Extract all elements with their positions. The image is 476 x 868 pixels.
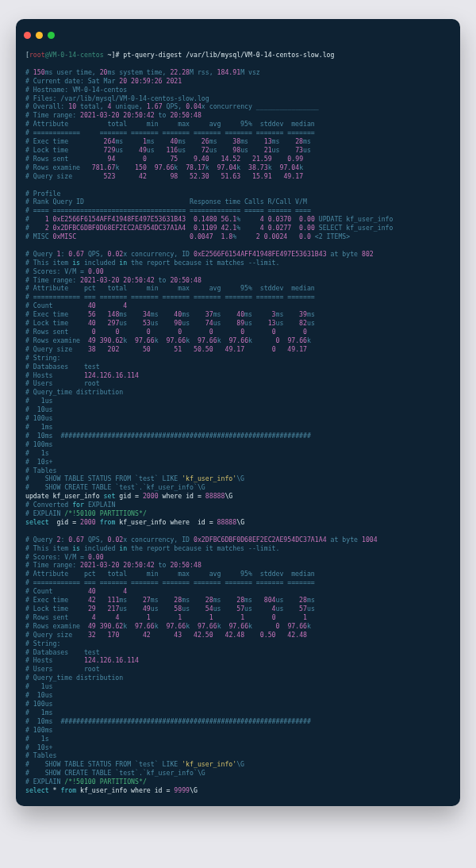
string-hdr: # String: (25, 354, 60, 362)
maximize-icon[interactable] (48, 32, 55, 39)
terminal-window: [root@VM-0-14-centos ~]# pt-query-digest… (16, 19, 460, 806)
n: 73 (295, 146, 303, 154)
close-icon[interactable] (24, 32, 31, 39)
u: k (186, 336, 198, 344)
u (119, 345, 143, 353)
n: 21.59 (252, 155, 272, 163)
t: # Converted (25, 501, 72, 509)
n: 20:50:48 (170, 561, 201, 569)
n: 97.66 (228, 336, 248, 344)
dist-bar: ########################################… (60, 717, 310, 725)
u: us (151, 319, 175, 327)
row-label: # Rows examine (25, 622, 84, 630)
u: ms (119, 596, 143, 604)
n: 98 (170, 172, 178, 180)
t: # Time range: (25, 561, 80, 569)
u: us (147, 146, 167, 154)
t: EXPLAIN (84, 501, 115, 509)
u (182, 345, 194, 353)
n: 0.99 (287, 155, 303, 163)
u (151, 345, 175, 353)
n: 89 (236, 319, 244, 327)
n: 98 (232, 146, 240, 154)
n: 38.73 (248, 163, 268, 171)
sql: update kf_user_info (25, 492, 104, 500)
n: 37 (205, 310, 213, 318)
profile-header: # Rank Query ID Response time Calls R/Ca… (25, 198, 315, 205)
n: 184.91 (217, 68, 241, 76)
t: unique, (111, 102, 146, 110)
n: 97.04 (217, 163, 237, 171)
u (213, 328, 241, 336)
n: 49 (84, 622, 96, 630)
u: us (307, 319, 315, 327)
n: 40 (236, 310, 244, 318)
sql: * (49, 786, 61, 794)
dist-row: # 10s+ (25, 458, 53, 466)
hostname-line: # Hostname: VM-0-14-centos (25, 86, 127, 94)
n: 10 (68, 102, 76, 110)
u (147, 172, 171, 180)
n: 0.02 (108, 536, 124, 543)
u: ms (182, 596, 205, 604)
n: 51.63 (221, 172, 241, 180)
n: 72 (202, 146, 209, 154)
n: 94 (88, 155, 116, 163)
attr-rule: # ============ === ======= ======= =====… (25, 293, 315, 301)
u: ms (151, 310, 175, 318)
n: 42 (139, 172, 147, 180)
sql: kf_user_info where id = (115, 518, 217, 526)
n: 0 (303, 328, 307, 336)
t: # Scores: V/M = (25, 553, 88, 561)
u (213, 631, 225, 639)
n: 0 (96, 328, 120, 336)
u: ms (244, 310, 272, 318)
n: 21 (264, 146, 272, 154)
n: 217 (96, 605, 120, 613)
dist-row: # 1us (25, 397, 53, 405)
n: 90 (174, 319, 182, 327)
u: us (303, 146, 311, 154)
n: 20 (100, 68, 108, 76)
u: us (209, 146, 233, 154)
minimize-icon[interactable] (36, 32, 43, 39)
t: # (25, 224, 45, 232)
u (272, 172, 284, 180)
row-label: # Rows sent (25, 155, 88, 163)
kw: from (60, 786, 76, 794)
u: ms (276, 310, 300, 318)
u: ms (119, 310, 143, 318)
row-label: # Exec time (25, 596, 84, 604)
terminal-output[interactable]: [root@VM-0-14-centos ~]# pt-query-digest… (16, 46, 460, 806)
u: k (307, 336, 311, 344)
u: k (268, 163, 280, 171)
n: 0.00 (88, 267, 104, 275)
n: 82 (299, 319, 307, 327)
u: k (115, 163, 135, 171)
u (244, 631, 260, 639)
n: 0.00 (88, 553, 104, 561)
n: 57 (236, 605, 244, 613)
n: 2 0.0024 (256, 232, 287, 240)
profile-title: # Profile (25, 190, 60, 198)
u (276, 613, 304, 621)
n: 0.67 (68, 250, 84, 258)
dist-row: # 10us (25, 405, 53, 413)
u: k (248, 622, 276, 630)
prompt-user: root (29, 51, 45, 59)
t: ms user time, (45, 68, 100, 76)
u: us (178, 146, 202, 154)
n: 170 (96, 631, 120, 639)
kw: for (72, 501, 84, 509)
t: the report because it matches --limit. (127, 544, 279, 552)
u: k (155, 336, 167, 344)
kw: set (104, 492, 116, 500)
u (178, 172, 190, 180)
str: 'kf_user_info' (182, 474, 236, 482)
n: 28 (299, 596, 307, 604)
query-id: 0x2DFBC6DBF0D68EF2EC2AE954DC37A1A4 (194, 536, 327, 543)
n: 50 (143, 345, 151, 353)
u: us (115, 146, 139, 154)
n: 781.67 (88, 163, 116, 171)
n: 97.66 (155, 163, 175, 171)
